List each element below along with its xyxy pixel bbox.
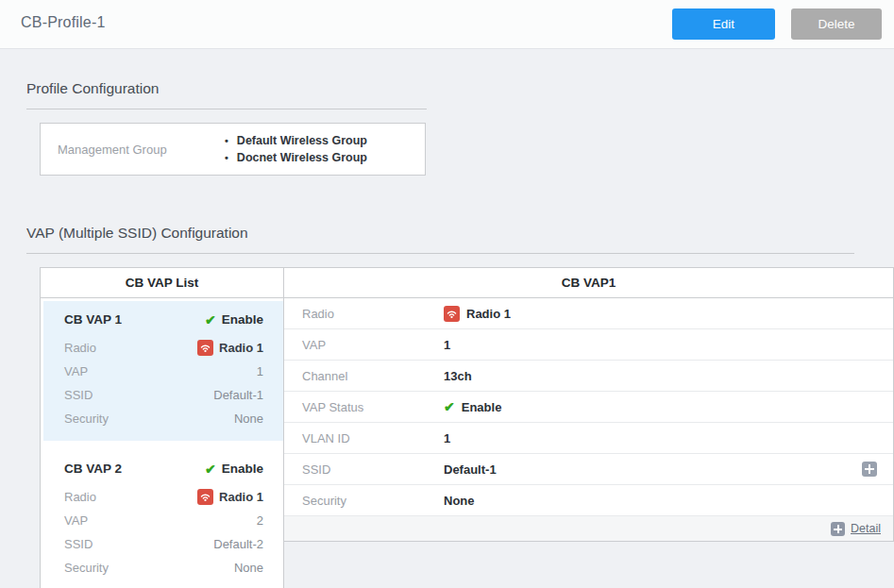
security-value: None bbox=[234, 561, 263, 575]
bullet-icon: • bbox=[225, 132, 228, 149]
page-title: CB-Profile-1 bbox=[21, 14, 106, 31]
status-label: Enable bbox=[222, 462, 263, 476]
detail-row-security: Security None bbox=[284, 485, 893, 516]
detail-link[interactable]: Detail bbox=[851, 522, 881, 535]
wifi-icon bbox=[197, 340, 213, 356]
vap-configuration-heading: VAP (Multiple SSID) Configuration bbox=[26, 225, 894, 242]
group-name: Docnet Wireless Group bbox=[237, 149, 367, 166]
row-label: VLAN ID bbox=[284, 431, 444, 445]
check-icon: ✔ bbox=[205, 313, 216, 327]
management-group-label: Management Group bbox=[41, 143, 209, 157]
vap-list-header: CB VAP List bbox=[41, 268, 283, 298]
row-value: 1 bbox=[444, 431, 450, 445]
row-value: 13ch bbox=[444, 369, 472, 383]
vap-label: VAP bbox=[64, 364, 88, 378]
detail-row-ssid: SSID Default-1 bbox=[284, 454, 893, 485]
radio-label: Radio bbox=[64, 490, 96, 504]
vap-value: 1 bbox=[257, 364, 263, 378]
section-divider bbox=[26, 253, 854, 254]
list-item: • Default Wireless Group bbox=[225, 132, 367, 149]
status-badge: ✔ Enable bbox=[205, 462, 263, 476]
top-bar: CB-Profile-1 Edit Delete bbox=[0, 0, 894, 49]
vap-table: CB VAP List CB VAP 1 ✔ Enable Radio Radi… bbox=[40, 267, 894, 588]
vap-detail-header: CB VAP1 bbox=[284, 268, 893, 298]
wifi-icon bbox=[197, 489, 213, 505]
section-divider bbox=[26, 109, 427, 109]
row-label: VAP bbox=[284, 338, 444, 352]
detail-footer: Detail bbox=[284, 516, 893, 541]
vap-card-title: CB VAP 1 bbox=[64, 312, 122, 327]
radio-value: Radio 1 bbox=[219, 341, 263, 355]
ssid-value: Default-2 bbox=[213, 537, 263, 551]
row-label: SSID bbox=[284, 462, 444, 477]
edit-button[interactable]: Edit bbox=[672, 8, 775, 40]
vap-card-2[interactable]: CB VAP 2 ✔ Enable Radio Radio 1 VAP 2 bbox=[43, 450, 283, 588]
detail-plus-icon[interactable] bbox=[831, 522, 845, 536]
row-label: Security bbox=[284, 494, 444, 508]
status-badge: ✔ Enable bbox=[205, 312, 263, 327]
vap-list-column: CB VAP List CB VAP 1 ✔ Enable Radio Radi… bbox=[40, 267, 284, 588]
check-icon: ✔ bbox=[444, 400, 455, 413]
bullet-icon: • bbox=[225, 149, 228, 166]
row-value: 1 bbox=[444, 338, 450, 352]
wifi-icon bbox=[444, 306, 460, 322]
vap-card-1[interactable]: CB VAP 1 ✔ Enable Radio Radio 1 VAP 1 bbox=[43, 301, 283, 441]
ssid-value: Default-1 bbox=[213, 388, 263, 402]
vap-label: VAP bbox=[64, 513, 88, 528]
row-value: Radio 1 bbox=[466, 307, 511, 321]
management-group-box: Management Group • Default Wireless Grou… bbox=[40, 123, 426, 176]
row-value: None bbox=[444, 494, 475, 508]
ssid-label: SSID bbox=[64, 388, 93, 402]
group-name: Default Wireless Group bbox=[237, 132, 367, 149]
ssid-label: SSID bbox=[64, 537, 93, 551]
security-label: Security bbox=[64, 561, 109, 575]
profile-configuration-heading: Profile Configuration bbox=[26, 80, 894, 97]
management-group-list: • Default Wireless Group • Docnet Wirele… bbox=[225, 132, 367, 166]
delete-button[interactable]: Delete bbox=[791, 8, 882, 40]
row-label: Channel bbox=[284, 369, 444, 383]
detail-row-vap-status: VAP Status ✔ Enable bbox=[284, 392, 893, 423]
vap-value: 2 bbox=[257, 513, 263, 528]
radio-label: Radio bbox=[64, 341, 96, 355]
list-item: • Docnet Wireless Group bbox=[225, 149, 367, 166]
detail-row-vap: VAP 1 bbox=[284, 329, 893, 361]
detail-row-radio: Radio Radio 1 bbox=[284, 298, 893, 329]
row-value: Enable bbox=[462, 400, 502, 414]
security-label: Security bbox=[64, 412, 109, 426]
detail-row-vlan-id: VLAN ID 1 bbox=[284, 423, 893, 454]
row-label: Radio bbox=[284, 307, 444, 321]
vap-detail-panel: CB VAP1 Radio Radio 1 VAP 1 Channel 13ch… bbox=[284, 267, 894, 542]
security-value: None bbox=[234, 412, 263, 426]
row-value: Default-1 bbox=[444, 462, 497, 477]
check-icon: ✔ bbox=[205, 462, 216, 476]
vap-card-title: CB VAP 2 bbox=[64, 462, 122, 476]
detail-row-channel: Channel 13ch bbox=[284, 361, 893, 392]
status-label: Enable bbox=[222, 312, 263, 327]
row-label: VAP Status bbox=[284, 400, 444, 414]
radio-value: Radio 1 bbox=[219, 490, 263, 504]
ssid-add-button[interactable] bbox=[862, 462, 877, 477]
